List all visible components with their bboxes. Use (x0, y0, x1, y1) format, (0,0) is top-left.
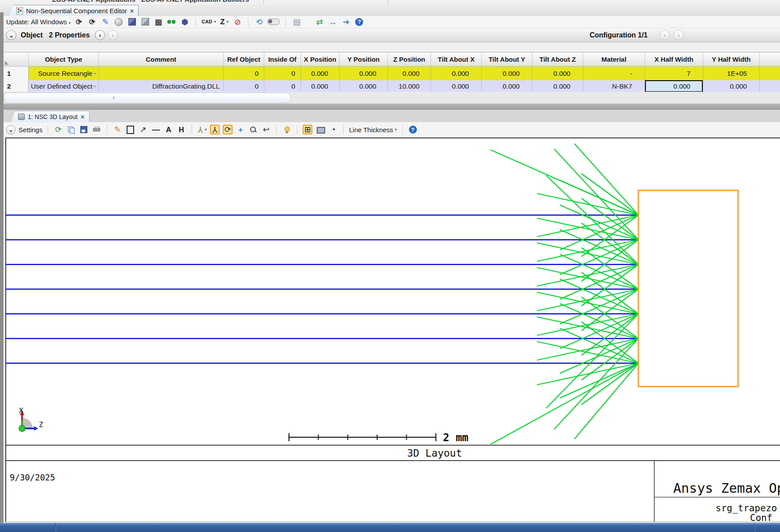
ribbon-item-applications[interactable]: ZOS-API.NET Applications (52, 0, 135, 3)
cell-r1-tilt-about-y[interactable]: 0.000 (482, 67, 532, 80)
forward-icon[interactable]: ➔ (341, 17, 351, 27)
cell-r2-x-half-width[interactable]: 0.000 (645, 80, 703, 92)
scroll-left-icon[interactable]: ‹ (112, 93, 115, 101)
row-number[interactable]: 1 (4, 67, 29, 80)
help-icon[interactable]: ? (354, 17, 364, 27)
shaded-model-icon[interactable] (114, 17, 124, 27)
abort-icon[interactable]: ⊘ (232, 17, 242, 27)
settings-chevron-button[interactable]: ⌄ (6, 125, 15, 134)
orientation-triad-icon[interactable]: Y▾ (197, 124, 207, 135)
polygon-object-icon[interactable]: ⬢ (180, 17, 190, 27)
cell-r1-x-half-width[interactable]: 7 (645, 67, 703, 80)
swap-icon[interactable]: ⇄ (315, 17, 324, 27)
rotate-y-icon[interactable]: Y (210, 125, 220, 134)
help-icon[interactable]: ? (408, 124, 418, 135)
wireframe-model-icon[interactable] (140, 17, 150, 27)
cell-r1-tilt-about-z[interactable]: 0.000 (532, 67, 583, 80)
ribbon-item-application-builders[interactable]: ZOS-API.NET Application Builders (141, 0, 249, 3)
expand-properties-button[interactable]: ⌄ (6, 30, 16, 40)
axis-x-label: X (19, 406, 23, 415)
zoom-icon[interactable] (248, 124, 258, 135)
scrollbar-track[interactable] (4, 93, 291, 103)
cell-r2-tilt-about-z[interactable]: 0.000 (532, 80, 583, 92)
ray-database-icon[interactable]: ▤ (292, 17, 301, 27)
row-number[interactable]: 2 (4, 80, 29, 92)
zemax-menu-button[interactable]: Z▾ (219, 17, 229, 27)
split-view-icon[interactable]: ⊞ (303, 125, 312, 134)
cell-r2-z-position[interactable]: 10.000 (388, 80, 431, 92)
ribbon-divider (263, 0, 264, 4)
cell-r1-z-position[interactable]: 0.000 (388, 67, 431, 80)
cell-r1-y-position[interactable]: 0.000 (340, 67, 388, 80)
solid-model-icon[interactable] (127, 17, 137, 27)
tab-non-sequential-component-editor[interactable]: Non-Sequential Component Editor × (9, 5, 139, 16)
close-icon[interactable]: × (81, 113, 85, 120)
detector-dots-icon[interactable] (167, 17, 176, 27)
cell-r2-y-half-width[interactable]: 0.000 (703, 80, 760, 92)
line-thickness-button[interactable]: Line Thickness▾ (349, 124, 397, 135)
pan-icon[interactable]: + (236, 124, 245, 135)
settings-label[interactable]: Settings (19, 126, 42, 134)
cell-r2-inside-of[interactable]: 0 (264, 80, 301, 92)
undo-rotate-icon[interactable]: ⟲ (254, 17, 264, 27)
toolbar-separator (195, 18, 196, 26)
annotate-line-icon[interactable]: — (151, 124, 161, 135)
dimension-icon[interactable]: H (176, 124, 186, 135)
layout-drawing: X Z 2 mm 3D Layout 9/30/2025 Ansys Zemax… (4, 138, 780, 523)
revert-icon[interactable]: ↩ (261, 124, 271, 135)
auto-update-icon[interactable]: ◔ (328, 124, 338, 135)
cell-r1-comment[interactable] (99, 67, 224, 80)
toggle-icon[interactable] (267, 17, 280, 27)
editor-windows-icon[interactable]: ▦ (154, 17, 163, 27)
object-label: Object (21, 31, 43, 39)
update-all-icon[interactable]: ⟳A (87, 17, 97, 27)
cell-r1-object-type[interactable]: Source Rectangle▾ (29, 67, 99, 80)
annotate-text-icon[interactable]: A (164, 124, 173, 135)
rotate-view-icon[interactable]: ⟳ (223, 125, 232, 134)
fit-icon[interactable]: ↔ (328, 17, 338, 27)
annotate-arrow-icon[interactable]: ↗ (138, 124, 148, 135)
update-mode-button[interactable]: Update: All Windows▾ (6, 18, 71, 26)
cell-r2-x-position[interactable]: 0.000 (301, 80, 340, 92)
cell-r1-material[interactable]: - (583, 67, 645, 80)
cell-r1-ref-object[interactable]: 0 (224, 67, 264, 80)
cell-r2-tilt-about-y[interactable]: 0.000 (482, 80, 532, 92)
cell-r2-y-position[interactable]: 0.000 (340, 80, 388, 92)
close-icon[interactable]: × (130, 7, 134, 15)
annotate-rect-icon[interactable] (125, 124, 135, 135)
cell-r1-tilt-about-x[interactable]: 0.000 (431, 67, 482, 80)
next-object-button[interactable]: › (108, 30, 118, 40)
cad-menu-button[interactable]: CAD▾ (202, 17, 216, 27)
layout-canvas[interactable]: X Z 2 mm 3D Layout 9/30/2025 Ansys Zemax… (4, 138, 780, 523)
cell-r1-inside-of[interactable]: 0 (264, 67, 301, 80)
annotate-pencil-icon[interactable]: ✎ (112, 124, 122, 135)
print-icon[interactable] (92, 124, 101, 135)
header-tilt-about-x: Tilt About X (431, 52, 482, 67)
cell-r1-col13[interactable] (760, 67, 780, 80)
cell-r2-comment[interactable]: DiffractionGrating.DLL (99, 80, 224, 92)
tab-nsc-3d-layout[interactable]: 1: NSC 3D Layout × (11, 111, 90, 122)
cell-r2-material[interactable]: N-BK7 (583, 80, 645, 92)
prev-configuration-button[interactable]: ‹ (660, 30, 670, 40)
diffraction-grating-outline (638, 190, 738, 387)
window-separator[interactable] (0, 104, 780, 110)
editor-scrollbar[interactable]: ‹ (0, 92, 780, 104)
edit-object-icon[interactable]: ✎ (101, 17, 110, 27)
cell-r1-y-half-width[interactable]: 1E+05 (703, 67, 760, 80)
header-y-position: Y Position (340, 52, 388, 67)
cell-r1-x-position[interactable]: 0.000 (301, 67, 340, 80)
refresh-icon[interactable]: ⟳ (53, 124, 63, 135)
editor-toolbar-icons: ⟳1⟳A✎▦⬢CAD▾Z▾⊘⟲▤⇄↔➔? (74, 17, 364, 27)
cell-r2-tilt-about-x[interactable]: 0.000 (431, 80, 482, 92)
active-window-icon[interactable] (315, 124, 325, 135)
save-icon[interactable] (79, 124, 89, 135)
cell-r2-col13[interactable] (760, 80, 780, 92)
cell-r2-object-type[interactable]: User Defined Object▾ (29, 80, 99, 92)
lamp-icon[interactable] (282, 124, 292, 135)
update-1-icon[interactable]: ⟳1 (74, 17, 84, 27)
next-configuration-button[interactable]: › (674, 30, 684, 40)
cell-r2-ref-object[interactable]: 0 (224, 80, 264, 92)
green-diffracted-rays (491, 144, 638, 444)
copy-icon[interactable] (66, 124, 76, 135)
prev-object-button[interactable]: ‹ (95, 30, 105, 40)
